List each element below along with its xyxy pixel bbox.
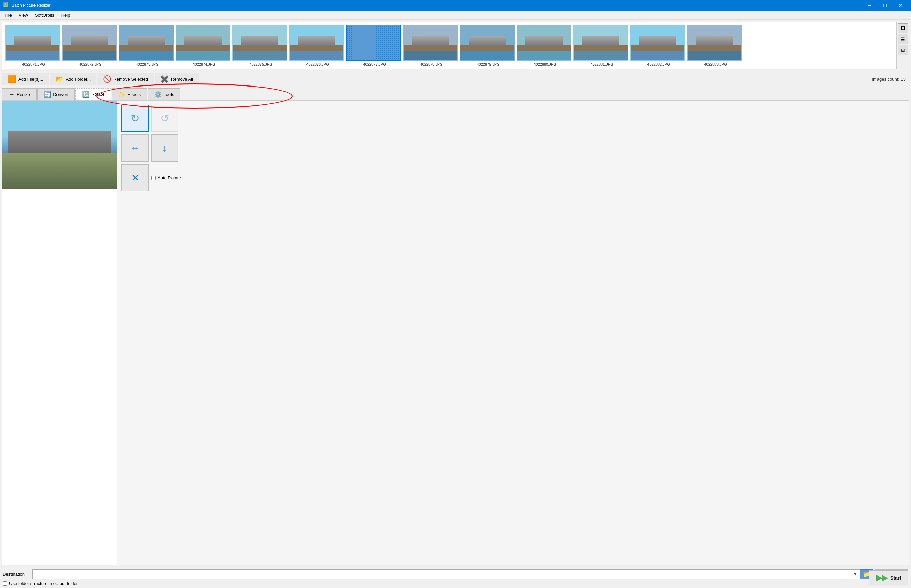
images-count: Images count: 13 <box>872 77 906 82</box>
list-item[interactable]: _4022881.JPG <box>574 25 628 66</box>
list-item[interactable]: _4022875.JPG <box>232 25 287 66</box>
flip-v-icon: ↕ <box>162 142 167 154</box>
rotate-ccw-button[interactable]: ↺ <box>151 105 178 132</box>
auto-rotate-row: ✕ Auto Rotate <box>122 164 905 191</box>
list-item[interactable]: _4022877.JPG <box>346 25 401 66</box>
remove-selected-button[interactable]: 🚫 Remove Selected <box>97 73 154 86</box>
rotate-ccw-icon: ↺ <box>160 112 170 125</box>
tab-resize-label: Resize <box>16 92 30 97</box>
add-files-button[interactable]: 🟧 Add File(s)... <box>2 73 49 86</box>
tab-effects-label: Effects <box>128 92 141 97</box>
tab-tools[interactable]: ⚙️ Tools <box>148 88 180 100</box>
auto-rotate-button[interactable]: ✕ <box>122 164 149 191</box>
grid-view-button[interactable]: ⊞ <box>898 45 908 55</box>
list-item[interactable]: _4022872.JPG <box>62 25 117 66</box>
preview-ground <box>2 153 117 189</box>
image-name: _4022872.JPG <box>77 62 102 66</box>
menu-view[interactable]: View <box>15 11 31 19</box>
add-files-label: Add File(s)... <box>18 77 43 82</box>
image-name: _4022874.JPG <box>190 62 215 66</box>
image-thumb <box>403 25 458 61</box>
main-container: _4022871.JPG_4022872.JPG_4022873.JPG_402… <box>0 19 911 588</box>
add-files-icon: 🟧 <box>8 75 16 83</box>
destination-input[interactable] <box>32 569 860 579</box>
menu-bar: File View SoftOrbits Help <box>0 11 911 19</box>
image-thumb <box>232 25 287 61</box>
list-item[interactable]: _4022879.JPG <box>460 25 514 66</box>
list-item[interactable]: _4022882.JPG <box>630 25 685 66</box>
tab-effects[interactable]: ✨ Effects <box>112 88 148 100</box>
window-controls: – □ ✕ <box>862 0 908 11</box>
image-thumb <box>517 25 571 61</box>
image-name: _4022881.JPG <box>588 62 613 66</box>
image-grid-container: _4022871.JPG_4022872.JPG_4022873.JPG_402… <box>2 22 909 69</box>
maximize-button[interactable]: □ <box>877 0 893 11</box>
image-name: _4022882.JPG <box>645 62 670 66</box>
image-name: _4022878.JPG <box>418 62 443 66</box>
image-thumb <box>119 25 173 61</box>
convert-icon: 🔄 <box>44 91 51 99</box>
folder-structure-row: Use folder structure in output folder <box>3 581 908 586</box>
app-icon: 🖼️ <box>3 2 10 9</box>
list-view-button[interactable]: ☰ <box>898 34 908 44</box>
start-label: Start <box>890 575 901 581</box>
auto-rotate-checkbox[interactable] <box>151 176 156 180</box>
image-thumb <box>62 25 117 61</box>
start-button[interactable]: ▶▶ Start <box>869 570 908 585</box>
tabs-container: ↔ Resize 🔄 Convert 🔃 Rotate ✨ Effects ⚙️… <box>0 87 911 100</box>
image-name: _4022875.JPG <box>247 62 272 66</box>
remove-selected-icon: 🚫 <box>103 75 111 83</box>
flip-vertical-button[interactable]: ↕ <box>151 134 178 162</box>
list-item[interactable]: _4022873.JPG <box>119 25 173 66</box>
remove-all-button[interactable]: ✖️ Remove All <box>155 73 199 86</box>
remove-all-icon: ✖️ <box>160 75 169 83</box>
tab-resize[interactable]: ↔ Resize <box>2 88 37 100</box>
preview-buildings <box>8 131 111 153</box>
image-thumb <box>346 25 401 61</box>
list-item[interactable]: _4022883.JPG <box>687 25 742 66</box>
close-button[interactable]: ✕ <box>893 0 908 11</box>
rotate-grid: ↻ ↺ ↔ ↕ <box>122 105 905 162</box>
tab-convert-label: Convert <box>53 92 69 97</box>
bottom-bar: Destination ▼ 📁 ⚙️ Options Use folder st… <box>0 567 911 588</box>
folder-structure-label: Use folder structure in output folder <box>9 581 78 586</box>
folder-structure-checkbox[interactable] <box>3 581 7 586</box>
image-thumb <box>5 25 60 61</box>
tab-rotate-label: Rotate <box>91 92 104 97</box>
image-name: _4022873.JPG <box>134 62 158 66</box>
destination-label: Destination <box>3 572 30 577</box>
rotate-panel: ↻ ↺ ↔ ↕ ✕ Auto Rota <box>117 101 909 565</box>
menu-file[interactable]: File <box>2 11 15 19</box>
title-bar: 🖼️ Batch Picture Resizer – □ ✕ <box>0 0 911 11</box>
flip-horizontal-button[interactable]: ↔ <box>122 134 149 162</box>
tab-rotate[interactable]: 🔃 Rotate <box>75 88 110 100</box>
preview-panel <box>2 101 117 565</box>
image-name: _4022883.JPG <box>702 62 727 66</box>
tab-convert[interactable]: 🔄 Convert <box>37 88 75 100</box>
start-arrow-icon: ▶▶ <box>876 573 888 582</box>
destination-chevron: ▼ <box>853 572 857 577</box>
image-thumb <box>460 25 514 61</box>
list-item[interactable]: _4022876.JPG <box>289 25 344 66</box>
list-item[interactable]: _4022874.JPG <box>175 25 230 66</box>
remove-all-label: Remove All <box>171 77 193 82</box>
content-area: ↻ ↺ ↔ ↕ ✕ Auto Rota <box>2 100 909 565</box>
list-item[interactable]: _4022878.JPG <box>403 25 458 66</box>
add-folder-button[interactable]: 📂 Add Folder... <box>50 73 97 86</box>
rotate-cw-icon: ↻ <box>131 112 140 125</box>
effects-icon: ✨ <box>118 91 125 99</box>
auto-rotate-label[interactable]: Auto Rotate <box>151 175 181 181</box>
rotate-cw-button[interactable]: ↻ <box>122 105 149 132</box>
minimize-button[interactable]: – <box>862 0 877 11</box>
rotate-icon: 🔃 <box>82 90 89 98</box>
menu-softorbits[interactable]: SoftOrbits <box>31 11 58 19</box>
app-title: Batch Picture Resizer <box>11 3 862 8</box>
remove-selected-label: Remove Selected <box>113 77 148 82</box>
menu-help[interactable]: Help <box>58 11 74 19</box>
image-name: _4022876.JPG <box>304 62 329 66</box>
list-item[interactable]: _4022871.JPG <box>5 25 60 66</box>
list-item[interactable]: _4022880.JPG <box>517 25 571 66</box>
toolbar: 🟧 Add File(s)... 📂 Add Folder... 🚫 Remov… <box>0 71 911 87</box>
tab-tools-label: Tools <box>164 92 174 97</box>
large-thumbnail-view-button[interactable]: 🖼 <box>898 23 908 34</box>
